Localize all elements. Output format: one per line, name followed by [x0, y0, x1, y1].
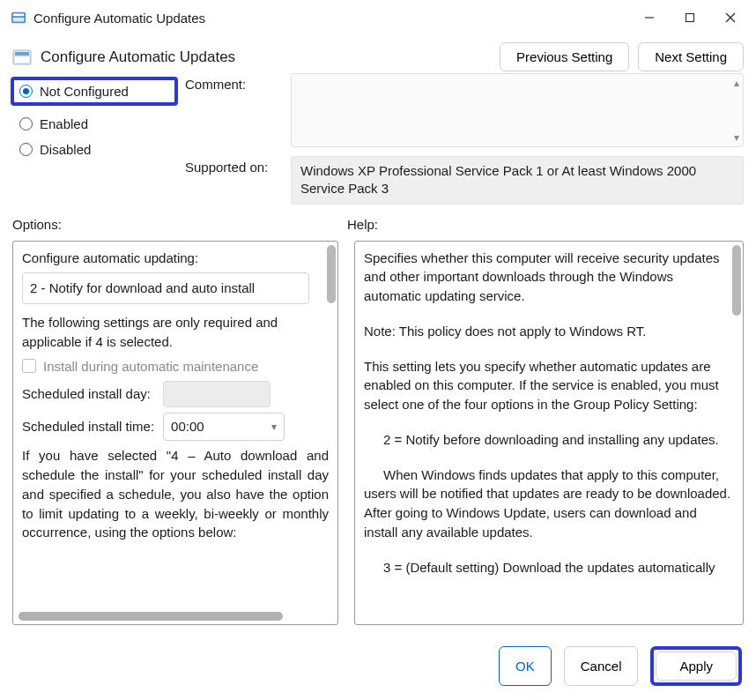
- policy-editor-window: Configure Automatic Updates Configure Au…: [0, 0, 756, 700]
- apply-highlight: Apply: [650, 646, 742, 686]
- radio-disabled[interactable]: Disabled: [12, 137, 178, 162]
- help-heading: Help:: [347, 217, 378, 232]
- supported-on-value: Windows XP Professional Service Pack 1 o…: [291, 156, 744, 205]
- radio-label: Disabled: [40, 142, 91, 157]
- help-panel: Specifies whether this computer will rec…: [354, 241, 744, 626]
- update-mode-select[interactable]: 2 - Notify for download and auto install: [22, 272, 309, 304]
- options-heading: Options:: [12, 217, 347, 232]
- help-text: Specifies whether this computer will rec…: [364, 249, 734, 306]
- maximize-button[interactable]: [670, 4, 710, 32]
- svg-rect-1: [13, 14, 25, 17]
- cancel-button[interactable]: Cancel: [564, 646, 639, 686]
- options-mode-label: Configure automatic updating:: [22, 249, 329, 268]
- policy-state-group: Not Configured Enabled Disabled: [12, 73, 178, 205]
- help-text: Note: This policy does not apply to Wind…: [364, 322, 734, 341]
- options-note: The following settings are only required…: [22, 313, 329, 352]
- help-text: This setting lets you specify whether au…: [364, 357, 734, 414]
- scroll-up-icon[interactable]: ▴: [734, 77, 739, 89]
- radio-icon: [19, 85, 33, 98]
- comment-field[interactable]: ▴ ▾: [291, 73, 744, 147]
- install-during-maintenance-checkbox[interactable]: Install during automatic maintenance: [22, 357, 329, 376]
- combo-value: 00:00: [171, 417, 204, 436]
- radio-icon: [19, 143, 33, 156]
- apply-button[interactable]: Apply: [656, 652, 737, 681]
- radio-not-configured[interactable]: Not Configured: [11, 77, 178, 106]
- scroll-down-icon[interactable]: ▾: [734, 131, 739, 144]
- options-extra-text: If you have selected "4 – Auto download …: [22, 446, 329, 542]
- checkbox-label: Install during automatic maintenance: [43, 357, 258, 376]
- options-horizontal-scrollbar[interactable]: [19, 612, 283, 621]
- svg-rect-9: [15, 57, 29, 63]
- scheduled-install-time-select[interactable]: 00:00 ▾: [163, 413, 285, 441]
- options-scrollbar[interactable]: [327, 245, 336, 303]
- help-scrollbar[interactable]: [732, 245, 741, 316]
- radio-enabled[interactable]: Enabled: [12, 111, 178, 137]
- help-text: When Windows finds updates that apply to…: [364, 465, 734, 542]
- previous-setting-button[interactable]: Previous Setting: [500, 42, 629, 71]
- scheduled-install-time-label: Scheduled install time:: [22, 417, 154, 436]
- options-panel: Configure automatic updating: 2 - Notify…: [12, 241, 338, 626]
- scheduled-install-day-select[interactable]: [163, 381, 271, 407]
- close-button[interactable]: [710, 4, 751, 32]
- app-icon: [11, 10, 26, 26]
- checkbox-icon: [22, 359, 36, 373]
- window-title: Configure Automatic Updates: [33, 11, 205, 26]
- radio-icon: [19, 117, 33, 130]
- policy-header: Configure Automatic Updates Previous Set…: [0, 35, 756, 73]
- scheduled-install-day-label: Scheduled install day:: [22, 384, 154, 404]
- help-text: 2 = Notify before downloading and instal…: [364, 430, 734, 450]
- ok-button[interactable]: OK: [499, 646, 552, 686]
- svg-rect-8: [15, 52, 29, 56]
- help-text: 3 = (Default setting) Download the updat…: [364, 558, 734, 577]
- next-setting-button[interactable]: Next Setting: [638, 42, 744, 71]
- titlebar: Configure Automatic Updates: [0, 0, 756, 35]
- radio-label: Not Configured: [40, 84, 129, 99]
- policy-icon: [12, 48, 32, 67]
- policy-name: Configure Automatic Updates: [41, 48, 491, 66]
- svg-rect-4: [686, 14, 694, 22]
- comment-label: Comment:: [185, 77, 282, 92]
- dialog-footer: OK Cancel Apply: [0, 636, 756, 700]
- svg-rect-2: [13, 18, 25, 22]
- minimize-button[interactable]: [629, 4, 670, 32]
- supported-on-label: Supported on:: [185, 160, 282, 175]
- chevron-down-icon: ▾: [271, 420, 277, 435]
- radio-label: Enabled: [40, 116, 88, 131]
